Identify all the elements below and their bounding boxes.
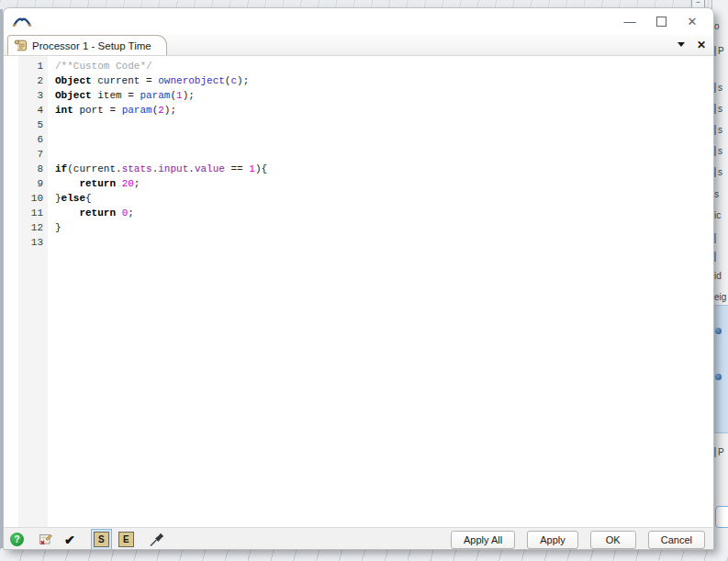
line-number: 12 <box>18 220 48 235</box>
line-number: 4 <box>18 103 48 118</box>
edit-mode-toggle-button[interactable]: E <box>118 532 134 547</box>
maximize-button[interactable] <box>645 8 677 34</box>
code-line[interactable]: 3Object item = param(1); <box>18 88 713 103</box>
ok-button[interactable]: OK <box>590 531 636 549</box>
line-number: 8 <box>18 162 48 176</box>
template-edit-icon[interactable] <box>39 533 52 546</box>
code-text <box>48 118 55 132</box>
background-text-fragment: s <box>714 165 722 179</box>
screen: − oPssssssicideigP — ✕ <box>0 0 728 561</box>
script-mode-toggle: S E <box>91 529 134 550</box>
code-line[interactable]: 9 return 20; <box>18 176 713 191</box>
code-line[interactable]: 10}else{ <box>18 191 713 206</box>
line-number: 10 <box>18 191 48 206</box>
background-text-fragment: P <box>714 44 724 58</box>
code-text: return 20; <box>48 176 140 191</box>
flexscript-toggle-selected: S <box>91 529 112 550</box>
background-object-icon <box>715 328 722 334</box>
code-text: if(current.stats.input.value == 1){ <box>48 162 267 176</box>
sampler-eyedropper-icon[interactable] <box>149 533 164 547</box>
footer-buttons: Apply All Apply OK Cancel <box>451 531 705 549</box>
bottom-toolbar: ? ✔ S E <box>4 527 713 550</box>
background-text-fragment: P <box>714 445 724 459</box>
window-controls: — ✕ <box>614 8 708 34</box>
code-editor[interactable]: 1/**Custom Code*/2Object current = owner… <box>4 56 713 527</box>
script-scroll-icon <box>14 39 28 51</box>
tab-title: Processor 1 - Setup Time <box>32 40 151 51</box>
background-highlight-rows <box>712 305 728 433</box>
background-text-fragment: id <box>714 269 722 283</box>
code-editor-window: — ✕ Processor 1 - Setup Time ✕ <box>3 7 714 550</box>
syntax-check-icon[interactable]: ✔ <box>64 533 75 547</box>
code-line[interactable]: 2Object current = ownerobject(c); <box>18 73 713 88</box>
minimize-button[interactable]: — <box>614 8 645 34</box>
background-text-fragment: s <box>714 187 719 201</box>
line-number: 7 <box>18 147 48 162</box>
flexscript-toggle-button[interactable]: S <box>94 532 109 547</box>
background-text-fragment: s <box>714 102 722 116</box>
code-text: /**Custom Code*/ <box>48 59 152 73</box>
line-number: 13 <box>18 235 48 250</box>
background-button-fragment <box>715 506 728 528</box>
tab-bar: Processor 1 - Setup Time ✕ <box>4 34 713 56</box>
code-text: Object current = ownerobject(c); <box>48 73 249 88</box>
background-text-fragment: s <box>714 123 722 137</box>
tab-tools: ✕ <box>678 34 706 55</box>
background-text-fragment: s <box>714 144 722 158</box>
code-text <box>48 147 55 162</box>
code-line[interactable]: 6 <box>18 132 713 147</box>
line-number: 9 <box>18 176 48 191</box>
background-text-fragment: s <box>714 81 722 95</box>
line-number: 2 <box>18 73 48 88</box>
code-text: }else{ <box>48 191 92 206</box>
code-text <box>48 235 55 250</box>
code-text <box>48 132 55 147</box>
background-object-icon <box>715 374 722 380</box>
code-lines: 1/**Custom Code*/2Object current = owner… <box>4 56 713 250</box>
code-line[interactable]: 4int port = param(2); <box>18 103 713 118</box>
tab-list-dropdown-icon[interactable] <box>678 42 685 47</box>
code-text: } <box>48 220 62 235</box>
line-number: 11 <box>18 206 48 220</box>
line-number: 6 <box>18 132 48 147</box>
code-text: int port = param(2); <box>48 103 176 118</box>
code-line[interactable]: 7 <box>18 147 713 162</box>
code-line[interactable]: 5 <box>18 118 713 132</box>
apply-button[interactable]: Apply <box>527 531 578 549</box>
code-text: return 0; <box>48 206 134 220</box>
code-line[interactable]: 1/**Custom Code*/ <box>18 59 713 73</box>
flexsim-logo-icon <box>12 15 32 28</box>
line-number: 1 <box>18 59 48 73</box>
code-text: Object item = param(1); <box>48 88 195 103</box>
maximize-icon <box>656 17 666 27</box>
code-line[interactable]: 8if(current.stats.input.value == 1){ <box>18 162 713 176</box>
cancel-button[interactable]: Cancel <box>648 531 705 549</box>
tab-close-icon[interactable]: ✕ <box>697 39 706 50</box>
background-text-fragment <box>714 250 718 264</box>
code-line[interactable]: 11 return 0; <box>18 206 713 220</box>
tab-processor1-setup-time[interactable]: Processor 1 - Setup Time <box>7 35 167 55</box>
background-text-fragment: eig <box>714 290 726 304</box>
background-text-fragment <box>714 231 718 245</box>
background-grid-bottom <box>0 548 728 561</box>
code-line[interactable]: 13 <box>18 235 713 250</box>
apply-all-button[interactable]: Apply All <box>451 531 515 549</box>
background-text-fragment: ic <box>714 208 721 222</box>
line-number: 3 <box>18 88 48 103</box>
code-line[interactable]: 12} <box>18 220 713 235</box>
title-bar: — ✕ <box>4 8 713 34</box>
line-number: 5 <box>18 118 48 132</box>
close-window-button[interactable]: ✕ <box>677 8 708 34</box>
background-text-fragment: o <box>714 19 720 33</box>
help-icon[interactable]: ? <box>10 533 24 546</box>
